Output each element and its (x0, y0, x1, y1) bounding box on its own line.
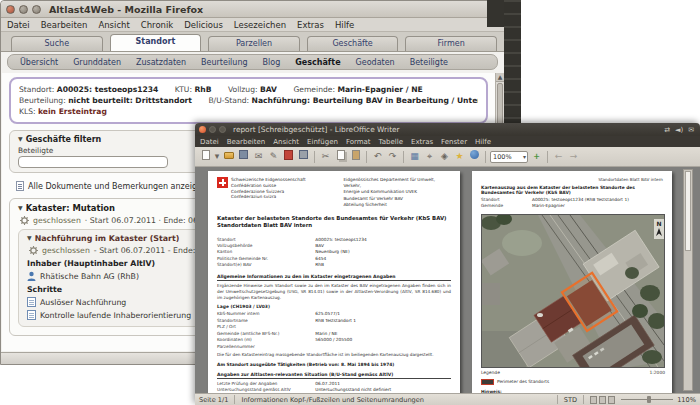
libreoffice-toolbar: ▾ ✉ ✎ ✂ ↶ ↷ ▦ ⌖ ◈ ★ 100% ＋ ← → (195, 147, 700, 167)
open-icon[interactable] (222, 150, 235, 163)
firefox-titlebar[interactable]: Altlast4Web - Mozilla Firefox (1, 1, 504, 18)
help-icon[interactable] (468, 150, 481, 163)
menu-extras[interactable]: Extras (411, 138, 433, 146)
menu-tabelle[interactable]: Tabelle (379, 138, 403, 146)
zoom-slider[interactable] (621, 399, 673, 400)
forward-icon[interactable]: → (567, 150, 580, 163)
zoom-slider-knob[interactable] (647, 396, 651, 403)
menu-format[interactable]: Format (346, 138, 371, 146)
subnav-beteiligte[interactable]: Beteiligte (410, 58, 448, 67)
minimize-icon[interactable] (19, 5, 28, 14)
system-indicators: ⇄ ◄) ✉ (664, 126, 694, 134)
nachfuehrung-title: Nachführung im Kataster (Start) (35, 234, 180, 243)
subnav-beurteilung[interactable]: Beurteilung (201, 58, 248, 67)
aerial-map-image: N (481, 214, 665, 368)
subnav-blog[interactable]: Blog (263, 58, 281, 67)
menu-hilfe[interactable]: Hilfe (335, 20, 354, 30)
window-title: report [Schreibgeschützt] - LibreOffice … (233, 125, 664, 134)
step-label[interactable]: Kontrolle laufende Inhaberorientierung (40, 311, 191, 320)
menu-hilfe[interactable]: Hilfe (475, 138, 491, 146)
legend-row: Perimeter des Standorts (481, 379, 663, 385)
edit-icon[interactable]: ✎ (267, 150, 280, 163)
save-icon[interactable] (237, 150, 250, 163)
table-icon[interactable]: ▦ (408, 150, 421, 163)
export-pdf-icon[interactable] (282, 150, 295, 163)
status-state: geschlossen (42, 246, 90, 255)
toolbar-separator (314, 151, 315, 163)
menu-bearbeiten[interactable]: Bearbeiten (41, 20, 88, 30)
filter-title: Geschäfte filtern (26, 135, 102, 144)
menu-datei[interactable]: Datei (200, 138, 219, 146)
sound-icon[interactable]: ◄) (675, 126, 683, 134)
subnav-geschaefte[interactable]: Geschäfte (295, 58, 340, 67)
menu-bearbeiten[interactable]: Bearbeiten (227, 138, 265, 146)
undo-icon[interactable]: ↶ (371, 150, 384, 163)
swiss-flag-icon (217, 177, 228, 188)
email-icon[interactable]: ✉ (252, 150, 265, 163)
subnav-geodaten[interactable]: Geodaten (356, 58, 395, 67)
map-meta-row: Legende 1:2000 (481, 370, 665, 375)
gallery-icon[interactable]: ★ (453, 150, 466, 163)
subnav-grunddaten[interactable]: Grunddaten (73, 58, 121, 67)
menu-fenster[interactable]: Fenster (441, 138, 467, 146)
documents-link[interactable]: Alle Dokumente und Bemerkungen anzeigen (28, 182, 207, 191)
dropdown-icon[interactable]: ▾ (214, 150, 220, 163)
libreoffice-scrollbar[interactable] (683, 169, 693, 391)
menu-lesezeichen[interactable]: Lesezeichen (234, 20, 286, 30)
subnav-zusatzdaten[interactable]: Zusatzdaten (136, 58, 186, 67)
minimize-icon[interactable] (209, 126, 216, 133)
close-icon[interactable] (199, 126, 206, 133)
new-document-icon[interactable] (199, 150, 212, 163)
menu-einfuegen[interactable]: Einfügen (307, 138, 338, 146)
tab-parzellen[interactable]: Parzellen (208, 36, 300, 51)
info-line-3: KLS: kein Ersteintrag (19, 107, 478, 116)
field-row: Parzellennummer (217, 344, 451, 350)
multi-page-view-icon[interactable] (599, 396, 606, 404)
status-state: geschlossen (33, 216, 81, 225)
close-icon[interactable] (6, 5, 15, 14)
maximize-icon[interactable] (32, 5, 41, 14)
toolbar-separator (547, 151, 548, 163)
navigator-icon[interactable]: ◈ (438, 150, 451, 163)
maximize-icon[interactable] (219, 126, 226, 133)
zoom-percent[interactable]: 110% (677, 396, 696, 404)
section-paragraph: Ergänzende Hinweise zum Standort sowie z… (217, 283, 451, 301)
libreoffice-titlebar[interactable]: report [Schreibgeschützt] - LibreOffice … (195, 123, 700, 136)
tab-suche[interactable]: Suche (11, 36, 103, 51)
menu-extras[interactable]: Extras (297, 20, 324, 30)
tab-firmen[interactable]: Firmen (405, 36, 497, 51)
cut-icon[interactable]: ✂ (319, 150, 332, 163)
step-label[interactable]: Auslöser Nachführung (40, 298, 126, 307)
tab-standort[interactable]: Standort (110, 34, 202, 51)
menu-chronik[interactable]: Chronik (141, 20, 174, 30)
libreoffice-statusbar: Seite 1/1 Informationen Kopf-/Fußzeilen … (195, 393, 700, 405)
copy-icon[interactable] (334, 150, 347, 163)
book-view-icon[interactable] (608, 396, 615, 404)
tab-geschaefte[interactable]: Geschäfte (307, 36, 399, 51)
single-page-view-icon[interactable] (590, 396, 597, 404)
chevron-down-icon: ▼ (27, 234, 32, 241)
subnav-uebersicht[interactable]: Übersicht (20, 58, 58, 67)
menu-delicious[interactable]: Delicious (184, 20, 223, 30)
redo-icon[interactable]: ↷ (386, 150, 399, 163)
find-icon[interactable]: ⌖ (423, 150, 436, 163)
statusbar-info: Informationen Kopf-/Fußzeilen und Seiten… (241, 396, 550, 404)
menu-datei[interactable]: Datei (7, 20, 30, 30)
paste-icon[interactable] (349, 150, 362, 163)
note-paragraph: Die für den Katastereintrag massgebende … (217, 352, 451, 358)
scrollbar-thumb[interactable] (685, 171, 691, 251)
zoom-combo[interactable]: 100% (490, 151, 528, 163)
print-icon[interactable] (297, 150, 310, 163)
standort-value: A00025: testoeops1234 (57, 85, 159, 94)
selection-mode[interactable]: STD (564, 396, 577, 404)
menu-ansicht[interactable]: Ansicht (273, 138, 299, 146)
inhaber-name[interactable]: Rhätische Bahn AG (RhB) (40, 272, 139, 281)
scroll-up-icon[interactable]: ▲ (496, 73, 504, 82)
mail-icon[interactable]: ✉ (688, 126, 694, 134)
menu-ansicht[interactable]: Ansicht (98, 20, 129, 30)
network-icon[interactable]: ⇄ (664, 126, 670, 134)
add-icon[interactable]: ＋ (530, 150, 543, 163)
beteiligte-input[interactable] (18, 156, 168, 168)
back-icon[interactable]: ← (552, 150, 565, 163)
libreoffice-menubar: Datei Bearbeiten Ansicht Einfügen Format… (195, 136, 700, 147)
